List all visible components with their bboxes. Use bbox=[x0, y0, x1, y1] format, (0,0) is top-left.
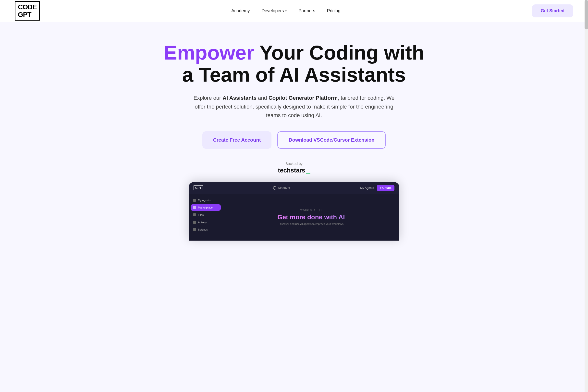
app-subheadline: Discover and use AI agents to improve yo… bbox=[279, 222, 344, 226]
nav-link-developers[interactable]: Developers ▾ bbox=[262, 8, 287, 14]
nav-link-academy[interactable]: Academy bbox=[231, 8, 250, 13]
hero-title-highlight: Empower bbox=[164, 42, 254, 64]
app-topbar-right: My Agents + Create bbox=[360, 185, 394, 191]
discover-label: Discover bbox=[278, 186, 290, 190]
app-sidebar: My Agents Marketplace Files Apikeys Sett… bbox=[189, 194, 223, 240]
create-account-button[interactable]: Create Free Account bbox=[202, 131, 272, 149]
nav-item-academy[interactable]: Academy bbox=[231, 8, 250, 14]
nav-item-developers[interactable]: Developers ▾ bbox=[262, 8, 287, 14]
techstars-underscore: _ bbox=[306, 167, 310, 174]
hero-title: Empower Your Coding with a Team of AI As… bbox=[159, 42, 429, 86]
sidebar-item-marketplace[interactable]: Marketplace bbox=[190, 204, 221, 211]
app-discover: Discover bbox=[273, 186, 290, 190]
my-agents-icon bbox=[193, 199, 196, 202]
files-icon bbox=[193, 214, 196, 216]
nav-link-pricing[interactable]: Pricing bbox=[327, 8, 340, 13]
nav-link-partners[interactable]: Partners bbox=[298, 8, 315, 13]
app-headline: Get more done with AI bbox=[278, 214, 345, 221]
sidebar-item-apikeys[interactable]: Apikeys bbox=[190, 219, 221, 226]
sidebar-label-marketplace: Marketplace bbox=[198, 206, 213, 209]
chevron-down-icon: ▾ bbox=[285, 9, 287, 13]
scrollbar-thumb[interactable] bbox=[584, 0, 588, 30]
sidebar-label-my-agents: My Agents bbox=[198, 199, 210, 202]
hero-buttons: Create Free Account Download VSCode/Curs… bbox=[202, 131, 386, 149]
discover-icon bbox=[273, 186, 276, 190]
techstars-text: techstars bbox=[278, 166, 305, 174]
apikeys-icon bbox=[193, 221, 196, 224]
settings-icon bbox=[193, 228, 196, 231]
logo: CODE GPT bbox=[15, 1, 40, 21]
navbar: CODE GPT Academy Developers ▾ Partners P… bbox=[0, 0, 588, 22]
backed-label: Backed by bbox=[286, 162, 302, 166]
app-screenshot: GPT Discover My Agents + Create My Agent… bbox=[189, 182, 399, 240]
logo-code: CODE bbox=[18, 4, 37, 11]
logo-box: CODE GPT bbox=[15, 1, 40, 21]
sidebar-item-settings[interactable]: Settings bbox=[190, 226, 221, 233]
hero-subtitle-before: Explore our bbox=[194, 95, 223, 101]
nav-item-pricing[interactable]: Pricing bbox=[327, 8, 340, 14]
get-started-button[interactable]: Get Started bbox=[532, 4, 573, 18]
app-logo-small: GPT bbox=[194, 186, 203, 190]
app-main-content: WORK WITH AI Get more done with AI Disco… bbox=[223, 194, 399, 240]
sidebar-label-apikeys: Apikeys bbox=[198, 221, 208, 224]
download-extension-button[interactable]: Download VSCode/Cursor Extension bbox=[277, 131, 386, 149]
app-work-label: WORK WITH AI bbox=[300, 209, 322, 212]
sidebar-item-my-agents[interactable]: My Agents bbox=[190, 197, 221, 203]
techstars-logo: techstars_ bbox=[278, 166, 310, 174]
logo-text: CODE GPT bbox=[18, 4, 37, 18]
sidebar-label-settings: Settings bbox=[198, 228, 208, 231]
sidebar-item-files[interactable]: Files bbox=[190, 212, 221, 218]
app-my-agents-label: My Agents bbox=[360, 186, 374, 190]
nav-item-partners[interactable]: Partners bbox=[298, 8, 315, 14]
hero-subtitle: Explore our AI Assistants and Copilot Ge… bbox=[189, 94, 399, 120]
hero-subtitle-mid: and bbox=[256, 95, 268, 101]
app-topbar: GPT Discover My Agents + Create bbox=[189, 182, 399, 194]
backed-by-section: Backed by techstars_ bbox=[278, 162, 310, 174]
marketplace-icon bbox=[193, 206, 196, 209]
app-body: My Agents Marketplace Files Apikeys Sett… bbox=[189, 194, 399, 240]
sidebar-label-files: Files bbox=[198, 214, 204, 216]
logo-gpt: GPT bbox=[18, 11, 37, 18]
hero-section: Empower Your Coding with a Team of AI As… bbox=[0, 22, 588, 250]
app-create-button[interactable]: + Create bbox=[377, 185, 394, 191]
scrollbar[interactable] bbox=[584, 0, 588, 392]
nav-links: Academy Developers ▾ Partners Pricing bbox=[231, 8, 340, 14]
hero-subtitle-bold2: Copilot Generator Platform bbox=[268, 95, 338, 101]
hero-subtitle-bold1: AI Assistants bbox=[222, 95, 256, 101]
